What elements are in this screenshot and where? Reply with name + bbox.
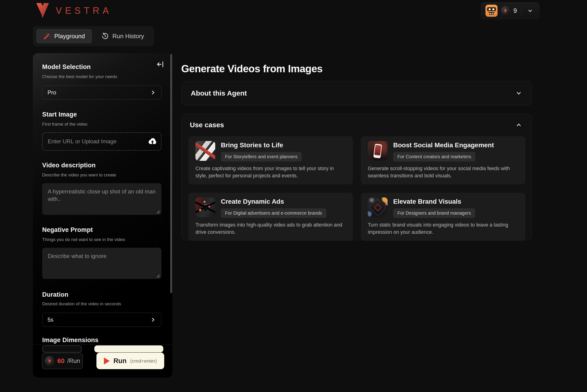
video-description-textarea[interactable] xyxy=(42,183,161,215)
use-cases-grid: Bring Stories to Life For Storytellers a… xyxy=(188,136,525,241)
negative-prompt-title: Negative Prompt xyxy=(42,226,93,234)
use-case-description: Turn static brand visuals into engaging … xyxy=(368,222,518,236)
account-menu-button[interactable]: 9 xyxy=(481,2,539,19)
video-description-subtitle: Describe the video you want to create xyxy=(42,172,116,178)
chevron-up-icon[interactable] xyxy=(515,121,523,129)
use-case-thumbnail xyxy=(368,198,388,217)
magic-wand-icon xyxy=(43,32,50,40)
use-case-tag: For Content creators and marketers xyxy=(393,152,476,162)
negative-prompt-subtitle: Things you do not want to see in the vid… xyxy=(42,237,125,242)
model-selection-title: Model Selection xyxy=(42,64,91,70)
tab-playground-label: Playground xyxy=(54,33,85,40)
use-case-description: Create captivating videos from your imag… xyxy=(195,165,346,179)
history-icon xyxy=(101,32,109,40)
chevron-down-icon[interactable] xyxy=(515,90,523,97)
view-tabbar: Playground Run History xyxy=(33,26,154,46)
collapse-panel-icon[interactable] xyxy=(156,60,164,68)
configuration-panel: Model Selection Choose the best model fo… xyxy=(33,53,172,378)
use-case-tag: For Digital advertisers and e-commerce b… xyxy=(221,208,326,218)
image-dimensions-title: Image Dimensions xyxy=(42,336,98,344)
use-cases-title: Use cases xyxy=(190,121,224,129)
play-icon xyxy=(104,358,110,364)
use-case-thumbnail xyxy=(195,141,215,161)
run-cost-badge: 60 /Run xyxy=(42,352,83,369)
robot-avatar-icon xyxy=(486,5,498,17)
duration-title: Duration xyxy=(42,291,68,298)
about-agent-section[interactable]: About this Agent xyxy=(181,81,532,105)
use-case-card-ads: Create Dynamic Ads For Digital advertise… xyxy=(188,193,353,241)
app-root: { "brand": { "logo_text": "VESTRA" }, "a… xyxy=(0,0,587,392)
duration-select-value: 5s xyxy=(47,316,53,323)
use-case-tag: For Storytellers and event planners xyxy=(221,152,302,162)
use-cases-section: Use cases Bring Stories to Life For Stor… xyxy=(181,114,532,240)
credits-count: 9 xyxy=(513,7,517,14)
use-case-title: Elevate Brand Visuals xyxy=(393,198,475,205)
vestra-logo-icon xyxy=(36,3,49,18)
run-button-label: Run xyxy=(113,357,126,365)
use-case-title: Bring Stories to Life xyxy=(221,142,302,149)
run-cost-suffix: /Run xyxy=(67,357,80,364)
use-case-description: Transform images into high-quality video… xyxy=(195,222,346,236)
model-select[interactable]: Pro xyxy=(42,86,161,100)
about-agent-title: About this Agent xyxy=(191,89,247,97)
chevron-down-icon xyxy=(527,8,534,14)
divider xyxy=(521,6,521,15)
run-cost-value: 60 xyxy=(57,357,64,365)
video-description-title: Video description xyxy=(42,162,95,169)
tab-playground[interactable]: Playground xyxy=(36,29,92,43)
use-case-title: Boost Social Media Engagement xyxy=(393,142,494,149)
upload-cloud-icon[interactable] xyxy=(147,137,158,146)
tab-run-history[interactable]: Run History xyxy=(94,29,151,43)
use-case-thumbnail xyxy=(195,198,215,217)
image-dimension-option[interactable] xyxy=(42,346,82,352)
duration-select[interactable]: 5s xyxy=(42,313,161,327)
duration-subtitle: Desired duration of the video in seconds xyxy=(42,301,121,306)
video-description-field xyxy=(42,183,161,215)
lightning-bolt-icon xyxy=(45,356,54,366)
use-cases-header[interactable]: Use cases xyxy=(190,121,523,129)
negative-prompt-textarea[interactable] xyxy=(42,248,161,279)
sidebar-scrollbar[interactable] xyxy=(170,54,172,293)
start-image-title: Start Image xyxy=(42,111,77,118)
use-case-title: Create Dynamic Ads xyxy=(221,198,326,205)
run-button[interactable]: Run (cmd+enter) xyxy=(96,352,164,369)
start-image-subtitle: First frame of the video xyxy=(42,122,87,127)
model-select-value: Pro xyxy=(47,89,56,96)
use-case-tag: For Designers and brand managers xyxy=(393,208,475,218)
brand-logo-text: VESTRA xyxy=(56,5,112,16)
use-case-thumbnail xyxy=(368,141,388,161)
lightning-bolt-icon xyxy=(501,6,510,16)
use-case-description: Generate scroll-stopping videos for your… xyxy=(368,165,518,179)
tab-run-history-label: Run History xyxy=(112,33,144,40)
page-title: Generate Videos from Images xyxy=(181,63,323,74)
start-image-dropzone[interactable] xyxy=(42,132,161,150)
chevron-right-icon xyxy=(150,317,156,323)
use-case-card-social: Boost Social Media Engagement For Conten… xyxy=(361,136,525,184)
chevron-right-icon xyxy=(150,90,156,96)
run-footer: 60 /Run Run (cmd+enter) xyxy=(33,344,172,378)
use-case-card-stories: Bring Stories to Life For Storytellers a… xyxy=(188,136,353,184)
image-dimension-option-selected[interactable] xyxy=(94,346,163,352)
run-button-shortcut: (cmd+enter) xyxy=(130,358,157,364)
negative-prompt-field xyxy=(42,248,161,279)
model-selection-subtitle: Choose the best model for your needs xyxy=(42,74,117,79)
use-case-card-brand: Elevate Brand Visuals For Designers and … xyxy=(361,193,525,241)
brand-logo[interactable]: VESTRA xyxy=(36,3,112,18)
start-image-url-input[interactable] xyxy=(48,138,144,145)
